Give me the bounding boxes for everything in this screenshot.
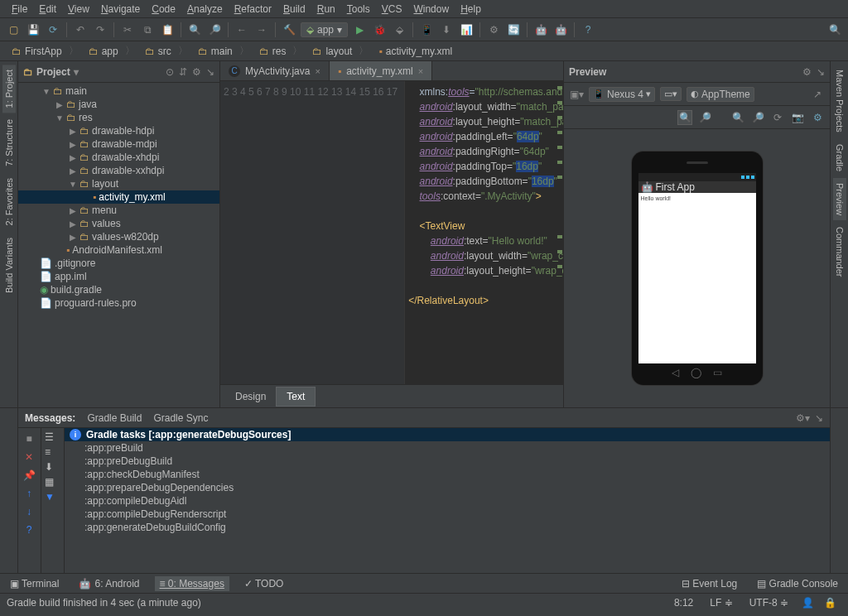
run-icon[interactable]: ▶ [351,22,368,38]
forward-icon[interactable]: → [253,22,270,38]
collapse-icon[interactable]: ⇵ [179,66,187,78]
message-item[interactable]: :app:generateDebugBuildConfig [65,521,830,534]
tree-item[interactable]: ▪ activity_my.xml [18,190,219,204]
messages-tab[interactable]: Messages: [25,412,75,424]
sdk-icon[interactable]: ⬇ [438,22,455,38]
cut-icon[interactable]: ✂ [119,22,136,38]
hide-icon[interactable]: ↘ [817,66,825,78]
messages-tab[interactable]: Gradle Sync [153,412,208,424]
expand-icon[interactable]: ☰ [45,431,60,443]
orientation-selector[interactable]: ▭▾ [660,87,682,101]
refresh-icon[interactable]: ⟳ [770,110,785,125]
designer-tab-design[interactable]: Design [225,387,276,406]
messages-list[interactable]: i Gradle tasks [:app:generateDebugSource… [65,428,830,573]
message-item[interactable]: :app:compileDebugAidl [65,494,830,508]
tree-item[interactable]: ▪ AndroidManifest.xml [18,243,219,257]
help-icon[interactable]: ? [22,522,36,537]
lock-icon[interactable]: 🔒 [819,597,841,609]
close-icon[interactable]: ✕ [22,450,36,464]
tree-item[interactable]: ▼🗀 main [18,84,219,98]
replace-icon[interactable]: 🔎 [206,22,223,38]
encoding[interactable]: UTF-8 ≑ [741,597,797,609]
menu-edit[interactable]: Edit [34,2,61,17]
bottom-tab----android[interactable]: 🤖 6: Android [74,576,144,591]
export-icon[interactable]: ▦ [45,476,60,488]
sync-gradle-icon[interactable]: 🔄 [505,22,522,38]
tree-item[interactable]: ▶🗀 java [18,98,219,111]
breadcrumb-item[interactable]: 🗀 FirstApp [7,43,84,59]
tree-item[interactable]: ▶🗀 drawable-xxhdpi [18,164,219,177]
cursor-position[interactable]: 8:12 [666,597,701,609]
message-item[interactable]: :app:compileDebugRenderscript [65,508,830,521]
breadcrumb-item[interactable]: ▪ activity_my.xml [373,45,464,58]
menu-view[interactable]: View [63,2,94,17]
gear-icon[interactable]: ⚙ [810,110,825,125]
search-everywhere-icon[interactable]: 🔍 [826,22,843,38]
breadcrumb-item[interactable]: 🗀 res [254,43,308,59]
open-icon[interactable]: ▢ [5,22,22,38]
make-icon[interactable]: 🔨 [281,22,297,38]
settings-icon[interactable]: ⚙ [192,66,201,78]
menu-tools[interactable]: Tools [342,2,375,17]
tree-item[interactable]: ▶🗀 values [18,217,219,230]
debug-icon[interactable]: 🐞 [371,22,388,38]
find-icon[interactable]: 🔍 [186,22,203,38]
tree-item[interactable]: ▼🗀 res [18,111,219,124]
help-icon[interactable]: ? [580,22,596,38]
hide-icon[interactable]: ↘ [815,412,823,424]
menu-help[interactable]: Help [455,2,486,17]
filter-icon[interactable]: ▼ [45,491,60,503]
inspection-icon[interactable]: 👤 [797,597,819,609]
bottom-tab-event-log[interactable]: ⊟ Event Log [677,576,742,591]
tree-item[interactable]: ▶🗀 menu [18,204,219,217]
breadcrumb-item[interactable]: 🗀 app [84,43,140,59]
close-tab-icon[interactable]: × [315,66,320,76]
tool-tab----favorites[interactable]: 2: Favorites [2,173,16,230]
settings-icon[interactable]: ⚙ [802,66,812,78]
menu-analyze[interactable]: Analyze [182,2,228,17]
stop-icon[interactable]: ■ [22,431,36,446]
avd-icon[interactable]: 📱 [418,22,435,38]
config-icon[interactable]: ▣▾ [569,87,584,102]
structure-icon[interactable]: ⚙ [485,22,502,38]
zoom-actual-icon[interactable]: 🔎 [697,110,712,125]
breadcrumb-item[interactable]: 🗀 layout [307,43,373,59]
bottom-tab----messages[interactable]: ≡ 0: Messages [155,576,229,591]
message-item[interactable]: :app:preDebugBuild [65,455,830,468]
tool-tab-commander[interactable]: Commander [833,222,846,282]
android-icon[interactable]: 🤖 [532,22,549,38]
paste-icon[interactable]: 📋 [159,22,176,38]
bottom-tab-todo[interactable]: ✓ TODO [239,576,289,591]
tool-tab----project[interactable]: 1: Project [2,65,16,113]
redo-icon[interactable]: ↷ [92,22,108,38]
editor-tab[interactable]: ▪ activity_my.xml × [330,61,432,80]
zoom-out-icon[interactable]: 🔎 [750,110,765,125]
collapse-icon[interactable]: ≡ [45,446,60,458]
breadcrumb-item[interactable]: 🗀 main [193,43,254,59]
run-config-selector[interactable]: ⬙app▾ [301,22,348,37]
bottom-tab-gradle-console[interactable]: ▤ Gradle Console [752,576,843,591]
tool-tab-build-variants[interactable]: Build Variants [2,233,16,298]
screenshot-icon[interactable]: 📷 [790,110,805,125]
tree-item[interactable]: 📄 .gitignore [18,257,219,270]
sync-icon[interactable]: ⟳ [45,22,61,38]
tool-tab-gradle[interactable]: Gradle [833,139,846,176]
messages-tab[interactable]: Gradle Build [87,412,142,424]
scroll-target-icon[interactable]: ⊙ [166,66,174,78]
menu-vcs[interactable]: VCS [377,2,407,17]
close-tab-icon[interactable]: × [418,66,423,76]
theme-selector[interactable]: ◐ AppTheme [687,87,754,102]
tool-tab-maven-projects[interactable]: Maven Projects [833,65,846,137]
line-separator[interactable]: LF ≑ [701,597,740,609]
jump-icon[interactable]: ↗ [810,87,825,102]
menu-navigate[interactable]: Navigate [96,2,145,17]
message-item[interactable]: :app:prepareDebugDependencies [65,481,830,494]
device-selector[interactable]: 📱 Nexus 4 ▾ [589,87,655,102]
messages-header[interactable]: i Gradle tasks [:app:generateDebugSource… [65,428,830,441]
back-icon[interactable]: ← [234,22,250,38]
message-item[interactable]: :app:preBuild [65,441,830,455]
pin-icon[interactable]: 📌 [22,468,36,483]
tool-tab-preview[interactable]: Preview [833,178,846,220]
menu-build[interactable]: Build [278,2,311,17]
tree-item[interactable]: ▶🗀 drawable-xhdpi [18,151,219,164]
